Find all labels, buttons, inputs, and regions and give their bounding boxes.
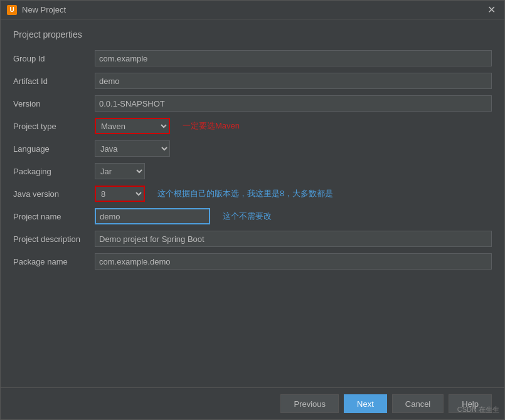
app-icon: U bbox=[7, 5, 17, 15]
language-row: Language Java Kotlin Groovy bbox=[13, 140, 492, 157]
project-description-row: Project description bbox=[13, 230, 492, 248]
java-version-select[interactable]: 8 11 17 21 bbox=[95, 186, 145, 202]
project-description-label: Project description bbox=[13, 234, 95, 244]
project-name-label: Project name bbox=[13, 212, 95, 221]
title-bar: U New Project ✕ bbox=[1, 1, 504, 19]
language-label: Language bbox=[13, 144, 95, 154]
packaging-label: Packaging bbox=[13, 167, 95, 176]
dialog-title: New Project bbox=[22, 5, 66, 14]
project-type-annotation: 一定要选Maven bbox=[183, 120, 240, 132]
artifact-id-input[interactable] bbox=[95, 73, 492, 89]
dialog-body: Project properties Group Id Artifact Id … bbox=[1, 19, 504, 387]
section-title: Project properties bbox=[13, 29, 492, 39]
packaging-row: Packaging Jar War bbox=[13, 162, 492, 180]
version-label: Version bbox=[13, 99, 95, 108]
language-select[interactable]: Java Kotlin Groovy bbox=[95, 140, 170, 157]
artifact-id-label: Artifact Id bbox=[13, 76, 95, 86]
java-version-row: Java version 8 11 17 21 这个根据自己的版本选，我这里是8… bbox=[13, 185, 492, 202]
cancel-button[interactable]: Cancel bbox=[392, 394, 444, 413]
version-input[interactable] bbox=[95, 95, 492, 112]
packaging-select[interactable]: Jar War bbox=[95, 163, 145, 179]
previous-button[interactable]: Previous bbox=[280, 394, 339, 413]
project-description-input[interactable] bbox=[95, 231, 492, 247]
watermark: CSDN 在生生 bbox=[457, 405, 499, 414]
group-id-input[interactable] bbox=[95, 50, 492, 66]
package-name-label: Package name bbox=[13, 257, 95, 266]
artifact-id-row: Artifact Id bbox=[13, 72, 492, 90]
version-row: Version bbox=[13, 95, 492, 112]
group-id-label: Group Id bbox=[13, 54, 95, 63]
close-button[interactable]: ✕ bbox=[485, 4, 498, 16]
project-name-row: Project name 这个不需要改 bbox=[13, 207, 492, 225]
package-name-input[interactable] bbox=[95, 253, 492, 270]
project-type-select[interactable]: Maven Gradle bbox=[95, 118, 170, 134]
package-name-row: Package name bbox=[13, 253, 492, 270]
java-version-annotation: 这个根据自己的版本选，我这里是8，大多数都是 bbox=[157, 188, 333, 199]
new-project-dialog: U New Project ✕ Project properties Group… bbox=[0, 0, 505, 420]
dialog-footer: Previous Next Cancel Help bbox=[1, 387, 504, 419]
project-name-input[interactable] bbox=[95, 208, 210, 224]
project-name-annotation: 这个不需要改 bbox=[223, 211, 272, 222]
project-type-row: Project type Maven Gradle 一定要选Maven bbox=[13, 117, 492, 135]
group-id-row: Group Id bbox=[13, 50, 492, 67]
title-bar-left: U New Project bbox=[7, 5, 66, 15]
project-type-label: Project type bbox=[13, 122, 95, 131]
java-version-label: Java version bbox=[13, 189, 95, 199]
next-button[interactable]: Next bbox=[344, 394, 387, 413]
